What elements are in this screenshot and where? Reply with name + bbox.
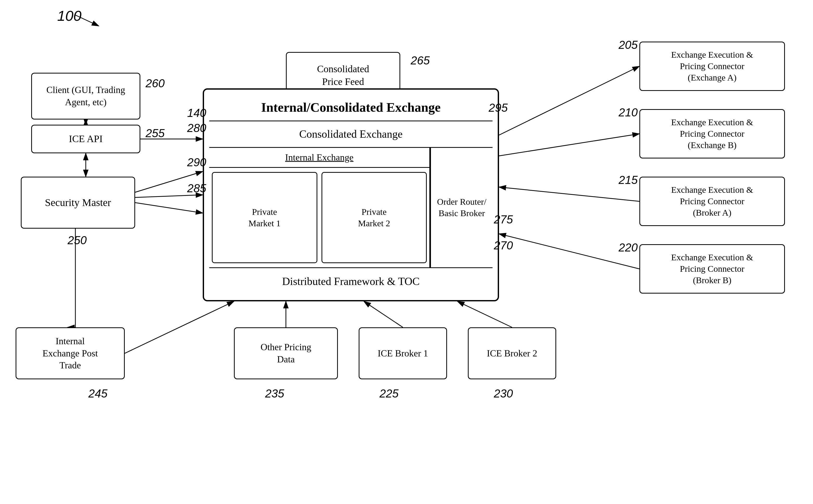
box-client: Client (GUI, Trading Agent, etc) xyxy=(31,73,140,120)
diagram-container: 100 Client (GUI, Trading Agent, etc) 260… xyxy=(0,0,813,504)
label-250: 250 xyxy=(68,234,87,247)
label-295: 295 xyxy=(489,101,508,114)
central-title: Internal/Consolidated Exchange xyxy=(209,94,493,121)
label-220: 220 xyxy=(619,241,638,254)
box-ice-broker2: ICE Broker 2 xyxy=(468,327,556,379)
box-ice-api: ICE API xyxy=(31,125,140,153)
label-275: 275 xyxy=(494,213,513,226)
label-100: 100 xyxy=(57,7,81,24)
label-260: 260 xyxy=(145,77,164,90)
label-205: 205 xyxy=(619,38,638,51)
label-270: 270 xyxy=(494,239,513,252)
label-230: 230 xyxy=(494,387,513,400)
central-inner: Internal/Consolidated Exchange Consolida… xyxy=(204,90,498,300)
label-255: 255 xyxy=(145,127,164,140)
label-140: 140 xyxy=(187,107,206,120)
internal-section: Internal Exchange Private Market 1 Priva… xyxy=(209,148,493,268)
label-210: 210 xyxy=(619,106,638,119)
label-285: 285 xyxy=(187,182,206,195)
distributed-framework: Distributed Framework & TOC xyxy=(209,268,493,295)
box-exchange-a: Exchange Execution & Pricing Connector (… xyxy=(639,42,785,91)
private-markets: Private Market 1 Private Market 2 xyxy=(209,168,430,267)
box-security-master: Security Master xyxy=(21,177,135,229)
label-215: 215 xyxy=(619,174,638,187)
svg-line-14 xyxy=(458,301,512,327)
box-other-pricing: Other Pricing Data xyxy=(234,327,338,379)
svg-line-17 xyxy=(499,187,639,201)
label-235: 235 xyxy=(265,387,284,400)
box-post-trade: Internal Exchange Post Trade xyxy=(16,327,125,379)
svg-line-11 xyxy=(125,301,234,353)
internal-left: Internal Exchange Private Market 1 Priva… xyxy=(209,148,430,268)
box-broker-b: Exchange Execution & Pricing Connector (… xyxy=(639,244,785,294)
consolidated-exchange-label: Consolidated Exchange xyxy=(209,121,493,148)
svg-line-7 xyxy=(135,203,203,213)
private-market-1: Private Market 1 xyxy=(212,172,317,263)
box-central: Internal/Consolidated Exchange Consolida… xyxy=(203,88,499,301)
box-ice-broker1: ICE Broker 1 xyxy=(359,327,447,379)
label-225: 225 xyxy=(379,387,398,400)
label-280: 280 xyxy=(187,122,206,135)
svg-line-6 xyxy=(135,195,203,197)
label-245: 245 xyxy=(88,387,107,400)
box-broker-a: Exchange Execution & Pricing Connector (… xyxy=(639,177,785,226)
svg-line-16 xyxy=(499,134,639,156)
label-290: 290 xyxy=(187,156,206,169)
svg-line-15 xyxy=(499,66,639,135)
svg-line-13 xyxy=(364,301,403,327)
label-265: 265 xyxy=(411,54,430,67)
box-exchange-b: Exchange Execution & Pricing Connector (… xyxy=(639,109,785,158)
svg-line-18 xyxy=(499,234,639,269)
order-router: Order Router/ Basic Broker xyxy=(430,148,493,268)
internal-exchange-label: Internal Exchange xyxy=(209,148,430,168)
private-market-2: Private Market 2 xyxy=(321,172,427,263)
